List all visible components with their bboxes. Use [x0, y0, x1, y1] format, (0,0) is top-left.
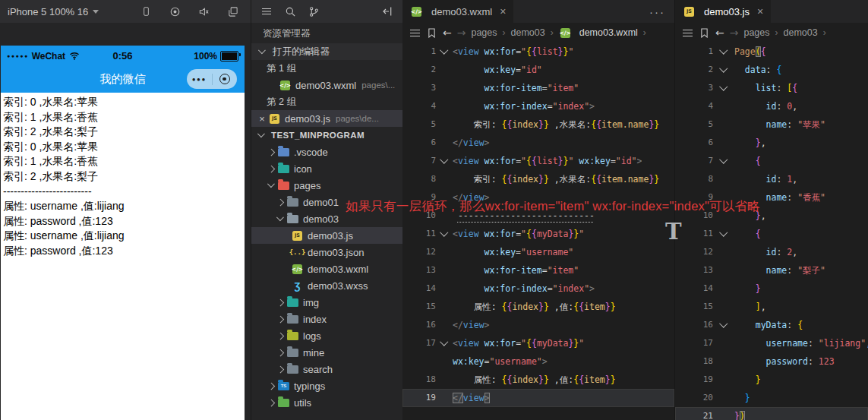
device-frame-icon[interactable]	[140, 5, 152, 17]
code-line[interactable]: 13 wx:for-item="item"	[402, 261, 674, 279]
code-line[interactable]: 6</view>	[402, 134, 674, 152]
open-editor-item-demo03.js[interactable]: ×JSdemo03.jspages\de...	[251, 110, 402, 127]
tab-demo03.wxml[interactable]: </>demo03.wxml×	[402, 0, 513, 23]
search-icon[interactable]	[284, 5, 296, 17]
open-editor-item-demo03.wxml[interactable]: </>demo03.wxmlpages\...	[251, 77, 402, 93]
list-icon[interactable]	[260, 5, 273, 17]
forward-arrow-icon[interactable]: →	[457, 27, 466, 39]
code-line[interactable]: 15 ],	[675, 298, 868, 316]
code-line[interactable]: 18 属性: {{index}} ,值:{{item}}	[402, 371, 674, 389]
code-line[interactable]: 11 {	[675, 225, 868, 243]
code-line[interactable]: 14 }	[675, 279, 868, 298]
file-name: demo03.js	[285, 113, 330, 125]
code-line[interactable]: 1Page({	[675, 43, 868, 61]
breadcrumb-item[interactable]: pages	[743, 27, 769, 38]
code-line[interactable]: 4 id: 0,	[675, 97, 868, 115]
multi-window-icon[interactable]	[226, 5, 238, 17]
bookmark-icon[interactable]	[425, 27, 437, 39]
code-line[interactable]: 16</view>	[402, 316, 674, 334]
tree-file-demo03.wxml[interactable]: </>demo03.wxml	[251, 261, 402, 277]
mute-icon[interactable]	[197, 5, 210, 17]
code-line[interactable]: 15 属性: {{index}} ,值:{{item}}	[402, 298, 674, 316]
fold-chevron-icon[interactable]	[713, 43, 734, 61]
code-line[interactable]: 8 索引: {{index}} ,水果名:{{item.name}}	[402, 170, 674, 188]
back-arrow-icon[interactable]: ←	[715, 27, 724, 39]
code-line[interactable]: 20 }	[675, 389, 868, 407]
tree-folder-mine[interactable]: mine	[251, 344, 402, 361]
code-line[interactable]: 2 wx:key="id"	[402, 61, 674, 79]
fold-chevron-icon[interactable]	[436, 43, 453, 61]
close-icon[interactable]: ×	[256, 113, 268, 125]
fold-chevron-icon[interactable]	[713, 61, 734, 79]
code-line[interactable]: 12 wx:key="username"	[402, 243, 674, 261]
tree-folder-utils[interactable]: utils	[251, 394, 402, 411]
code-line[interactable]: 6 },	[675, 134, 868, 152]
fold-chevron-icon[interactable]	[713, 79, 734, 97]
code-line[interactable]: 1<view wx:for="{{list}}"	[402, 43, 674, 61]
tree-folder-icon[interactable]: icon	[251, 160, 402, 177]
code-line[interactable]: 5 索引: {{index}} ,水果名:{{item.name}}	[402, 115, 674, 134]
code-line[interactable]: 11<view wx:for="{{myData}}"	[402, 225, 674, 243]
fold-chevron-icon[interactable]	[713, 316, 734, 334]
code-editor-demo03.js[interactable]: 1Page({2 data: {3 list: [{4 id: 0,5 name…	[675, 43, 868, 420]
code-line[interactable]: 3 list: [{	[675, 79, 868, 97]
code-line[interactable]: 18 password: 123	[675, 352, 868, 371]
code-line[interactable]: 12 id: 2,	[675, 243, 868, 261]
project-root-header[interactable]: TEST_MINPROGRAM	[251, 127, 402, 144]
more-menu-button[interactable]: ●●●	[187, 76, 212, 83]
code-line[interactable]: 19 }	[675, 371, 868, 389]
outline-icon[interactable]	[410, 30, 420, 36]
breadcrumb-file[interactable]: </>demo03.wxml	[559, 27, 638, 38]
fold-chevron-icon[interactable]	[713, 225, 734, 243]
tree-file-demo03.wxss[interactable]: Ʒdemo03.wxss	[251, 277, 402, 294]
tree-folder-img[interactable]: img	[251, 294, 402, 311]
outline-icon[interactable]	[683, 30, 693, 36]
code-line[interactable]: 3 wx:for-item="item"	[402, 79, 674, 97]
code-line[interactable]: 19</view>	[402, 389, 674, 407]
tab-demo03.js[interactable]: JSdemo03.js×	[675, 0, 771, 23]
back-arrow-icon[interactable]: ←	[443, 27, 452, 39]
code-line[interactable]: 13 name: "梨子"	[675, 261, 868, 279]
code-line[interactable]: 8 id: 1,	[675, 170, 868, 188]
tree-item-label: demo03.wxml	[308, 264, 368, 275]
code-line[interactable]: 16 myData: {	[675, 316, 868, 334]
exit-miniprogram-button[interactable]	[213, 74, 238, 84]
code-line[interactable]: 17<view wx:for="{{myData}}"	[402, 334, 674, 352]
fold-chevron-icon[interactable]	[436, 152, 453, 170]
code-line[interactable]: 21})	[675, 407, 868, 420]
breadcrumb-item[interactable]: demo03	[511, 27, 545, 38]
fold-chevron-icon[interactable]	[436, 225, 453, 243]
forward-arrow-icon[interactable]: →	[730, 27, 739, 39]
more-actions-button[interactable]: ···	[649, 5, 674, 18]
tree-folder-typings[interactable]: TStypings	[251, 377, 402, 394]
code-line[interactable]: 2 data: {	[675, 61, 868, 79]
open-editors-header[interactable]: 打开的编辑器	[251, 43, 402, 60]
bookmark-icon[interactable]	[698, 27, 710, 39]
breadcrumb-item[interactable]: pages	[471, 27, 497, 38]
tree-folder-pages[interactable]: pages	[251, 177, 402, 194]
code-line[interactable]: 7<view wx:for="{{list}}" wx:key="id">	[402, 152, 674, 170]
code-line[interactable]: 17 username: "lijiang",	[675, 334, 868, 352]
tree-file-demo03.json[interactable]: {..}demo03.json	[251, 244, 402, 261]
tree-folder-search[interactable]: search	[251, 361, 402, 377]
fold-chevron-icon[interactable]	[713, 152, 734, 170]
tab-close-icon[interactable]: ×	[757, 5, 763, 17]
icon-folder-icon	[277, 163, 290, 174]
git-branch-icon[interactable]	[308, 5, 320, 17]
code-line[interactable]: 7 {	[675, 152, 868, 170]
code-line[interactable]: 4 wx:for-index="index">	[402, 97, 674, 115]
tab-close-icon[interactable]: ×	[500, 5, 506, 17]
fold-chevron-icon[interactable]	[436, 334, 453, 352]
record-icon[interactable]	[169, 5, 181, 17]
collapse-panel-icon[interactable]	[381, 5, 393, 17]
code-line[interactable]: 5 name: "苹果"	[675, 115, 868, 134]
code-editor-demo03.wxml[interactable]: 1<view wx:for="{{list}}"2 wx:key="id"3 w…	[402, 43, 674, 420]
breadcrumb-item[interactable]: demo03	[784, 27, 818, 38]
tree-file-demo03.js[interactable]: JSdemo03.js	[251, 227, 402, 244]
code-line[interactable]: wx:key="username">	[402, 352, 674, 371]
tree-folder-index[interactable]: index	[251, 311, 402, 327]
tree-folder-.vscode[interactable]: .vscode	[251, 144, 402, 160]
code-line[interactable]: 14 wx:for-index="index">	[402, 279, 674, 298]
tree-folder-logs[interactable]: logs	[251, 327, 402, 344]
device-selector[interactable]: iPhone 5 100% 16	[0, 6, 99, 17]
